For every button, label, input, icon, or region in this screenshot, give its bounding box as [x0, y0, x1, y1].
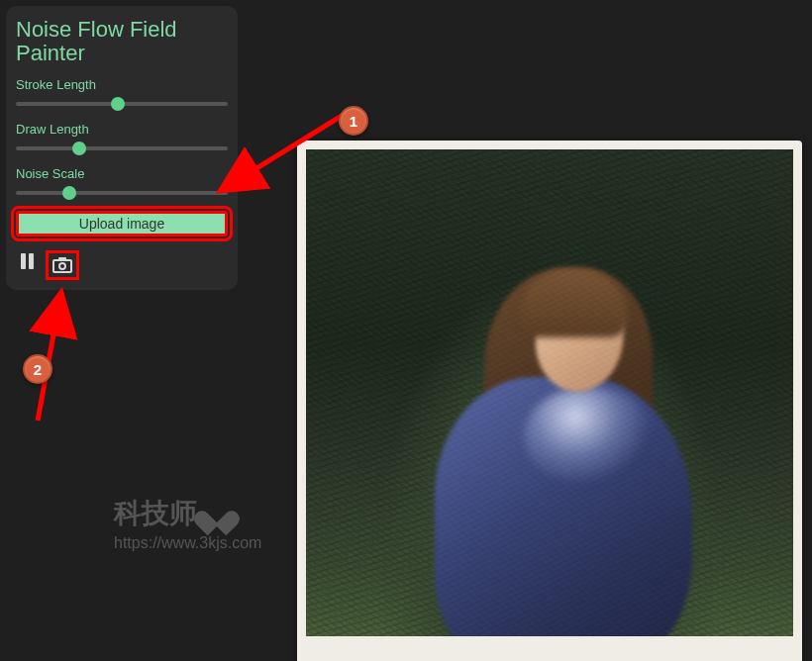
watermark: 科技师 https://www.3kjs.com	[114, 495, 261, 552]
slider-label: Stroke Length	[16, 77, 228, 92]
slider-label: Draw Length	[16, 122, 228, 137]
annotation-badge-2: 2	[23, 354, 52, 384]
figure	[455, 248, 732, 636]
slider-thumb[interactable]	[111, 97, 125, 111]
slider-thumb[interactable]	[72, 142, 86, 155]
slider-track[interactable]	[16, 96, 228, 112]
annotation-badge-1: 1	[339, 106, 368, 136]
slider-label: Noise Scale	[16, 166, 228, 181]
slider-track[interactable]	[16, 141, 228, 156]
snapshot-button-highlight	[46, 250, 79, 280]
watermark-url: https://www.3kjs.com	[114, 534, 261, 552]
upload-image-label: Upload image	[79, 216, 164, 232]
slider-draw-length: Draw Length	[16, 122, 228, 156]
control-panel: Noise Flow Field Painter Stroke Length D…	[6, 6, 238, 290]
slider-stroke-length: Stroke Length	[16, 77, 228, 112]
slider-thumb[interactable]	[62, 186, 76, 200]
camera-icon	[52, 257, 72, 273]
annotation-arrow-2	[20, 282, 89, 425]
slider-rail	[16, 146, 228, 150]
panel-title: Noise Flow Field Painter	[16, 18, 228, 65]
slider-track[interactable]	[16, 185, 228, 201]
output-frame	[297, 141, 802, 661]
slider-noise-scale: Noise Scale	[16, 166, 228, 201]
heart-icon	[203, 501, 231, 526]
upload-image-button[interactable]: Upload image	[16, 211, 228, 236]
watermark-title: 科技师	[114, 495, 261, 532]
pause-icon	[21, 253, 35, 269]
pause-button[interactable]	[16, 250, 40, 272]
output-canvas[interactable]	[306, 149, 793, 636]
slider-rail	[16, 191, 228, 195]
snapshot-button[interactable]	[51, 254, 74, 276]
control-row	[16, 250, 228, 280]
